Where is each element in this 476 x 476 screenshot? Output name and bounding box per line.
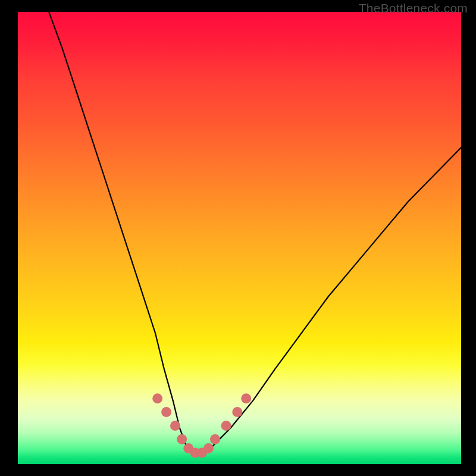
- highlight-dot: [170, 421, 180, 431]
- highlight-dot: [203, 443, 214, 453]
- chart-frame: TheBottleneck.com: [0, 0, 476, 476]
- highlight-dot: [177, 434, 187, 444]
- chart-svg: [18, 12, 461, 464]
- highlight-dot: [221, 421, 231, 431]
- highlight-dot: [152, 393, 162, 403]
- bottleneck-curve: [49, 12, 461, 455]
- watermark-text: TheBottleneck.com: [359, 1, 468, 15]
- highlight-dot: [232, 407, 242, 417]
- chart-plot-area: [18, 12, 461, 464]
- highlight-dot: [161, 407, 171, 417]
- highlight-dot: [241, 393, 251, 403]
- highlight-dots: [152, 393, 251, 458]
- highlight-dot: [210, 434, 220, 444]
